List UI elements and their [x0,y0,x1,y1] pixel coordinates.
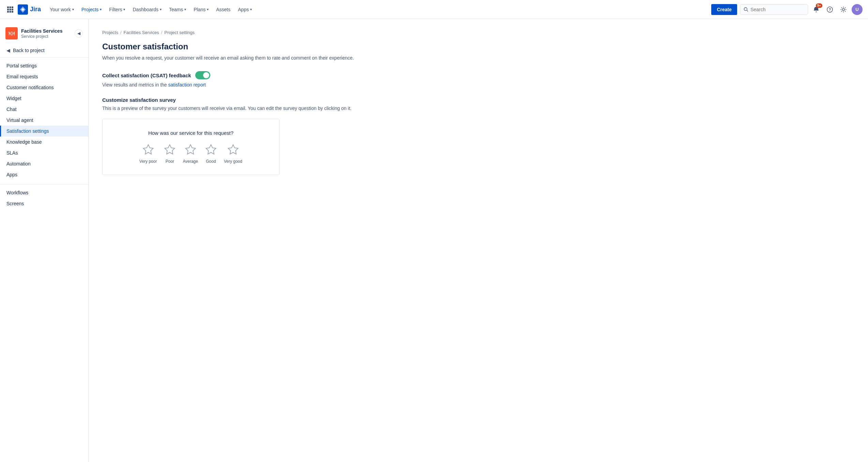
svg-line-11 [747,10,748,11]
top-navigation: Jira Your work ▾ Projects ▾ Filters ▾ Da… [0,0,868,19]
settings-icon [840,6,847,13]
star-label-1: Very poor [139,159,157,164]
grid-menu-icon[interactable] [5,5,15,14]
star-very-good[interactable]: Very good [224,144,242,164]
survey-card[interactable]: How was our service for this request? Ve… [102,119,279,175]
help-icon: ? [827,6,833,13]
svg-rect-8 [12,11,13,13]
sidebar-item-virtual-agent[interactable]: Virtual agent [0,115,88,126]
chevron-down-icon: ▾ [72,7,74,11]
toggle-check-icon: ✓ [205,73,208,78]
survey-question: How was our service for this request? [116,130,265,136]
svg-rect-1 [10,6,11,8]
star-icon-2 [164,144,176,156]
nav-plans[interactable]: Plans ▾ [190,5,212,14]
project-header: 🍽 Facilities Services Service project ◀ [0,25,88,45]
nav-right-section: 9+ ? U [740,4,863,15]
project-type: Service project [21,34,71,39]
customize-survey-section: Customize satisfaction survey This is a … [102,97,854,175]
csat-view-results-text: View results and metrics in the satisfac… [102,82,854,87]
breadcrumb-sep-2: / [161,30,163,35]
star-average[interactable]: Average [183,144,198,164]
nav-filters[interactable]: Filters ▾ [106,5,128,14]
svg-rect-5 [12,9,13,10]
svg-text:?: ? [829,7,831,12]
sidebar-item-apps[interactable]: Apps [0,169,88,180]
sidebar: 🍽 Facilities Services Service project ◀ … [0,19,89,462]
sidebar-item-screens[interactable]: Screens [0,198,88,209]
star-icon-5 [227,144,239,156]
breadcrumb-sep-1: / [120,30,122,35]
csat-row: Collect satisfaction (CSAT) feedback ✓ [102,71,854,79]
nav-dashboards[interactable]: Dashboards ▾ [129,5,165,14]
star-icon-1 [142,144,154,156]
help-button[interactable]: ? [824,4,835,15]
nav-projects[interactable]: Projects ▾ [78,5,105,14]
search-input[interactable] [750,7,804,12]
star-label-5: Very good [224,159,242,164]
main-content: Projects / Facilities Services / Project… [89,19,868,462]
collapse-sidebar-button[interactable]: ◀ [75,29,83,37]
create-button[interactable]: Create [711,4,737,15]
star-icon-3 [184,144,197,156]
satisfaction-report-link[interactable]: satisfaction report [168,82,206,87]
logo-text: Jira [30,6,41,13]
toggle-slider: ✓ [195,71,210,79]
sidebar-item-knowledge-base[interactable]: Knowledge base [0,137,88,147]
chevron-down-icon: ▾ [184,7,186,11]
sidebar-item-chat[interactable]: Chat [0,104,88,115]
jira-logo[interactable]: Jira [18,4,41,15]
csat-section: Collect satisfaction (CSAT) feedback ✓ V… [102,71,854,87]
csat-label: Collect satisfaction (CSAT) feedback [102,73,191,78]
customize-title: Customize satisfaction survey [102,97,854,103]
svg-rect-2 [12,6,13,8]
star-label-2: Poor [166,159,174,164]
sidebar-item-email-requests[interactable]: Email requests [0,71,88,82]
svg-point-14 [842,9,844,11]
star-label-4: Good [206,159,216,164]
settings-button[interactable] [838,4,849,15]
sidebar-divider-2 [0,184,88,185]
breadcrumb: Projects / Facilities Services / Project… [102,30,854,35]
star-good[interactable]: Good [205,144,217,164]
star-very-poor[interactable]: Very poor [139,144,157,164]
project-name: Facilities Services [21,28,71,34]
sidebar-item-portal-settings[interactable]: Portal settings [0,60,88,71]
svg-rect-7 [10,11,11,13]
breadcrumb-current: Project settings [164,30,195,35]
star-icon-4 [205,144,217,156]
star-poor[interactable]: Poor [164,144,176,164]
notifications-button[interactable]: 9+ [811,4,822,15]
sidebar-item-workflows[interactable]: Workflows [0,187,88,198]
star-rating-row: Very poor Poor [116,144,265,164]
sidebar-divider [0,57,88,58]
nav-assets[interactable]: Assets [213,5,234,14]
sidebar-item-slas[interactable]: SLAs [0,147,88,158]
csat-toggle[interactable]: ✓ [195,71,210,79]
main-layout: 🍽 Facilities Services Service project ◀ … [0,19,868,462]
sidebar-item-automation[interactable]: Automation [0,158,88,169]
project-icon: 🍽 [5,27,18,39]
svg-rect-3 [7,9,9,10]
star-label-3: Average [183,159,198,164]
sidebar-item-widget[interactable]: Widget [0,93,88,104]
avatar[interactable]: U [852,4,863,15]
nav-your-work[interactable]: Your work ▾ [46,5,77,14]
svg-rect-0 [7,6,9,8]
breadcrumb-facilities[interactable]: Facilities Services [124,30,159,35]
sidebar-item-satisfaction-settings[interactable]: Satisfaction settings [0,126,88,137]
notification-badge: 9+ [816,3,822,8]
chevron-down-icon: ▾ [160,7,162,11]
sidebar-back-to-project[interactable]: ◀ Back to project [0,45,88,56]
chevron-down-icon: ▾ [207,7,209,11]
search-icon [744,7,748,12]
page-title: Customer satisfaction [102,42,854,51]
nav-teams[interactable]: Teams ▾ [166,5,189,14]
sidebar-item-customer-notifications[interactable]: Customer notifications [0,82,88,93]
breadcrumb-projects[interactable]: Projects [102,30,118,35]
svg-rect-4 [10,9,11,10]
back-arrow-icon: ◀ [6,48,10,53]
nav-apps[interactable]: Apps ▾ [234,5,255,14]
search-box[interactable] [740,4,808,15]
nav-items: Your work ▾ Projects ▾ Filters ▾ Dashboa… [46,5,709,14]
